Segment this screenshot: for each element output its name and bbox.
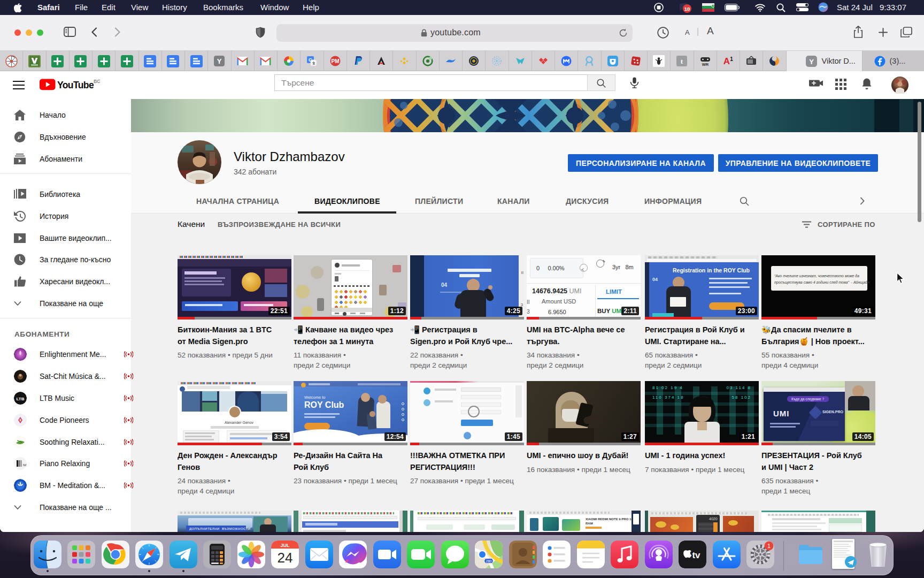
svg-text:Y: Y — [217, 57, 222, 65]
svg-text:PM: PM — [331, 58, 339, 64]
svg-text:WR: WR — [702, 62, 709, 67]
svg-text:280: 280 — [486, 559, 492, 563]
svg-text:t: t — [681, 57, 683, 65]
svg-text:Y: Y — [809, 57, 814, 65]
svg-text:24: 24 — [278, 550, 293, 566]
svg-text:1: 1 — [767, 543, 771, 549]
svg-text:NO: NO — [23, 463, 27, 467]
svg-text:YouTube: YouTube — [57, 80, 94, 90]
svg-text:1: 1 — [730, 56, 733, 62]
svg-text:10: 10 — [684, 6, 690, 12]
svg-text:tv: tv — [692, 550, 700, 560]
svg-text:BG: BG — [94, 78, 100, 84]
svg-text:A: A — [723, 56, 730, 66]
svg-text:LTB: LTB — [17, 397, 25, 401]
svg-text:JUL: JUL — [280, 543, 290, 548]
